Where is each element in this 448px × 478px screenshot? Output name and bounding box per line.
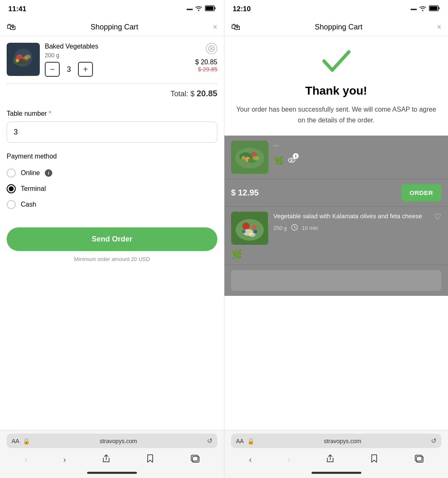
right-url: stravopys.com <box>258 438 428 444</box>
leaf-icon: 🌿 <box>273 156 284 167</box>
bookmarks-button-left[interactable] <box>143 452 158 467</box>
menu-item-price-row: $ 12.95 ORDER <box>224 179 448 207</box>
menu-background-area: … 🌿 1 $ 12.95 ORDER <box>224 136 448 296</box>
svg-point-0 <box>198 10 200 11</box>
send-order-button[interactable]: Send Order <box>7 227 217 251</box>
left-browser-header: 🛍 Shopping Cart × <box>0 18 224 36</box>
cart-item-image <box>7 43 40 76</box>
wifi-icon <box>195 5 202 13</box>
svg-rect-3 <box>206 7 214 10</box>
left-home-indicator <box>87 472 137 474</box>
svg-point-17 <box>422 10 424 11</box>
share-button-left[interactable] <box>99 452 114 467</box>
svg-point-27 <box>241 156 246 160</box>
grain-icon: 1 <box>287 156 296 167</box>
increase-qty-button[interactable]: + <box>78 62 93 77</box>
cash-label: Cash <box>21 201 36 208</box>
cart-icon-right: 🛍 <box>231 22 240 32</box>
success-modal: Thank you! Your order has been successfu… <box>224 36 448 136</box>
table-number-label: Table number * <box>7 110 217 117</box>
right-browser-bottom: AA 🔒 stravopys.com ↺ ‹ › <box>224 430 448 478</box>
forward-button-left[interactable]: › <box>60 453 69 466</box>
partial-item-info: … 🌿 1 <box>273 141 441 174</box>
right-close-button[interactable]: × <box>437 23 441 32</box>
right-browser-header: 🛍 Shopping Cart × <box>224 18 448 36</box>
left-url: stravopys.com <box>33 438 204 444</box>
aa-text-right[interactable]: AA <box>236 438 244 444</box>
order-btn-placeholder <box>231 270 441 291</box>
back-button-left[interactable]: ‹ <box>21 453 31 466</box>
right-status-icons: ▪▪▪▪ <box>411 5 440 13</box>
terminal-radio[interactable] <box>7 184 16 193</box>
refresh-icon-right[interactable]: ↺ <box>431 437 436 445</box>
grain-count: 1 <box>293 153 299 159</box>
partial-item-thumb <box>231 141 268 174</box>
salad-menu-item: Vegetable salad with Kalamata olives and… <box>224 207 448 265</box>
payment-terminal-option[interactable]: Terminal <box>7 181 217 197</box>
left-phone-panel: 11:41 ▪▪▪▪ 🛍 Shopping Cart × <box>0 0 224 478</box>
partial-menu-item: … 🌿 1 <box>224 136 448 179</box>
svg-rect-2 <box>215 7 216 10</box>
online-radio[interactable] <box>7 168 16 178</box>
table-number-input[interactable] <box>7 122 217 143</box>
salad-name-row: Vegetable salad with Kalamata olives and… <box>273 212 441 222</box>
right-browser-nav: ‹ › <box>231 451 441 468</box>
svg-point-11 <box>25 55 31 59</box>
left-content: Baked Vegetables 200 g − 3 + $ 20.85 $ 2… <box>0 36 224 430</box>
tabs-button-right[interactable] <box>411 453 427 466</box>
salad-icons-row: 🌿 <box>231 249 441 260</box>
remove-item-button[interactable] <box>206 43 217 54</box>
order-button[interactable]: ORDER <box>401 184 441 201</box>
right-home-indicator <box>312 472 361 474</box>
tabs-button-left[interactable] <box>187 453 203 466</box>
svg-rect-20 <box>430 7 438 10</box>
clock-icon <box>291 224 298 232</box>
salad-details: 250 g 10 min <box>273 224 441 232</box>
leaf-icon-2: 🌿 <box>231 249 242 260</box>
online-info-icon[interactable]: i <box>45 169 52 177</box>
radio-dot <box>9 186 14 191</box>
payment-cash-option[interactable]: Cash <box>7 197 217 212</box>
menu-item-price: $ 12.95 <box>231 188 259 198</box>
refresh-icon-left[interactable]: ↺ <box>207 437 212 445</box>
salad-name: Vegetable salad with Kalamata olives and… <box>273 212 422 220</box>
success-title: Thank you! <box>234 84 438 98</box>
right-status-bar: 12:10 ▪▪▪▪ <box>224 0 448 18</box>
signal-icon: ▪▪▪▪ <box>187 6 192 12</box>
svg-point-10 <box>16 59 19 62</box>
right-header-title: Shopping Cart <box>244 23 433 32</box>
payment-online-option[interactable]: Online i <box>7 165 217 181</box>
cart-total: Total: $ 20.85 <box>0 84 224 103</box>
total-label: Total: <box>170 90 188 98</box>
cart-item-right: $ 20.85 $ 29.85 <box>195 43 217 73</box>
back-button-right[interactable]: ‹ <box>246 453 255 466</box>
cash-radio[interactable] <box>7 200 16 209</box>
battery-icon <box>205 5 216 13</box>
online-label: Online <box>21 169 40 177</box>
favorite-icon[interactable]: ♡ <box>434 212 441 222</box>
share-button-right[interactable] <box>323 452 338 467</box>
total-amount: 20.85 <box>197 89 217 98</box>
payment-label: Payment method <box>7 153 217 160</box>
left-close-button[interactable]: × <box>213 23 217 32</box>
required-star: * <box>49 110 51 117</box>
signal-icon-right: ▪▪▪▪ <box>411 6 416 12</box>
partial-bottom-item <box>224 265 448 296</box>
svg-point-39 <box>254 230 257 233</box>
cart-item-info: Baked Vegetables 200 g − 3 + <box>45 43 190 77</box>
terminal-label: Terminal <box>21 185 46 193</box>
left-time: 11:41 <box>8 5 26 13</box>
left-address-bar[interactable]: AA 🔒 stravopys.com ↺ <box>7 434 217 448</box>
payment-section: Payment method Online i Terminal Cash <box>0 146 224 219</box>
right-address-bar[interactable]: AA 🔒 stravopys.com ↺ <box>231 434 441 448</box>
right-content: Thank you! Your order has been successfu… <box>224 36 448 430</box>
total-currency: $ <box>190 90 197 98</box>
cart-icon-left: 🛍 <box>7 22 16 32</box>
forward-button-right[interactable]: › <box>284 453 294 466</box>
bookmarks-button-right[interactable] <box>367 452 382 467</box>
decrease-qty-button[interactable]: − <box>45 62 60 77</box>
right-time: 12:10 <box>233 5 251 13</box>
salad-img-2 <box>231 212 268 245</box>
partial-icons: 🌿 1 <box>273 156 441 167</box>
aa-text-left[interactable]: AA <box>12 438 19 444</box>
